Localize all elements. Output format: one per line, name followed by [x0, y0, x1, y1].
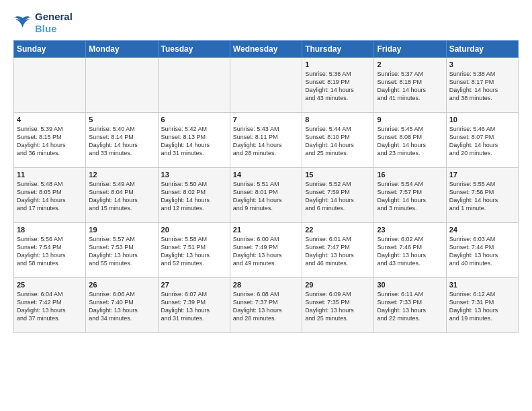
week-row-2: 4Sunrise: 5:39 AM Sunset: 8:15 PM Daylig…	[14, 113, 519, 168]
cell-content: Sunrise: 5:49 AM Sunset: 8:04 PM Dayligh…	[89, 180, 154, 213]
cell-content: Sunrise: 6:08 AM Sunset: 7:37 PM Dayligh…	[233, 290, 299, 323]
day-number: 31	[449, 281, 515, 289]
day-number: 21	[233, 226, 299, 234]
col-header-sunday: Sunday	[14, 41, 86, 58]
cell-content: Sunrise: 6:11 AM Sunset: 7:33 PM Dayligh…	[377, 290, 443, 323]
day-number: 20	[161, 226, 227, 234]
calendar-cell: 30Sunrise: 6:11 AM Sunset: 7:33 PM Dayli…	[374, 278, 446, 333]
cell-content: Sunrise: 5:55 AM Sunset: 7:56 PM Dayligh…	[449, 180, 515, 213]
calendar-cell: 17Sunrise: 5:55 AM Sunset: 7:56 PM Dayli…	[446, 168, 518, 223]
cell-content: Sunrise: 5:50 AM Sunset: 8:02 PM Dayligh…	[161, 180, 227, 213]
cell-content: Sunrise: 6:00 AM Sunset: 7:49 PM Dayligh…	[233, 235, 299, 268]
day-number: 2	[377, 60, 443, 68]
calendar-cell: 10Sunrise: 5:46 AM Sunset: 8:07 PM Dayli…	[446, 113, 518, 168]
page: General Blue SundayMondayTuesdayWednesda…	[0, 0, 532, 411]
cell-content: Sunrise: 6:01 AM Sunset: 7:47 PM Dayligh…	[305, 235, 371, 268]
day-number: 18	[17, 226, 83, 234]
day-number: 5	[89, 116, 154, 124]
day-number: 28	[233, 281, 299, 289]
calendar-cell: 25Sunrise: 6:04 AM Sunset: 7:42 PM Dayli…	[14, 278, 86, 333]
header-row: SundayMondayTuesdayWednesdayThursdayFrid…	[14, 41, 519, 58]
logo-icon	[13, 15, 32, 30]
day-number: 11	[17, 171, 83, 179]
day-number: 6	[161, 116, 227, 124]
day-number: 16	[377, 171, 443, 179]
cell-content: Sunrise: 5:52 AM Sunset: 7:59 PM Dayligh…	[305, 180, 371, 213]
day-number: 7	[233, 116, 299, 124]
calendar-cell: 28Sunrise: 6:08 AM Sunset: 7:37 PM Dayli…	[230, 278, 302, 333]
calendar-cell: 31Sunrise: 6:12 AM Sunset: 7:31 PM Dayli…	[446, 278, 518, 333]
calendar-cell: 13Sunrise: 5:50 AM Sunset: 8:02 PM Dayli…	[158, 168, 230, 223]
cell-content: Sunrise: 5:57 AM Sunset: 7:53 PM Dayligh…	[89, 235, 154, 268]
logo-text: General Blue	[35, 11, 73, 35]
calendar-cell: 8Sunrise: 5:44 AM Sunset: 8:10 PM Daylig…	[302, 113, 374, 168]
day-number: 4	[17, 116, 83, 124]
col-header-tuesday: Tuesday	[158, 41, 230, 58]
cell-content: Sunrise: 5:48 AM Sunset: 8:05 PM Dayligh…	[17, 180, 83, 213]
calendar-cell: 9Sunrise: 5:45 AM Sunset: 8:08 PM Daylig…	[374, 113, 446, 168]
calendar-cell: 3Sunrise: 5:38 AM Sunset: 8:17 PM Daylig…	[446, 58, 518, 113]
day-number: 19	[89, 226, 154, 234]
cell-content: Sunrise: 5:39 AM Sunset: 8:15 PM Dayligh…	[17, 125, 83, 158]
calendar-cell: 16Sunrise: 5:54 AM Sunset: 7:57 PM Dayli…	[374, 168, 446, 223]
col-header-thursday: Thursday	[302, 41, 374, 58]
day-number: 15	[305, 171, 371, 179]
week-row-5: 25Sunrise: 6:04 AM Sunset: 7:42 PM Dayli…	[14, 278, 519, 333]
week-row-4: 18Sunrise: 5:56 AM Sunset: 7:54 PM Dayli…	[14, 223, 519, 278]
day-number: 17	[449, 171, 515, 179]
calendar-cell: 22Sunrise: 6:01 AM Sunset: 7:47 PM Dayli…	[302, 223, 374, 278]
calendar-cell: 12Sunrise: 5:49 AM Sunset: 8:04 PM Dayli…	[86, 168, 158, 223]
day-number: 13	[161, 171, 227, 179]
col-header-monday: Monday	[86, 41, 158, 58]
cell-content: Sunrise: 5:37 AM Sunset: 8:18 PM Dayligh…	[377, 70, 443, 103]
calendar-cell: 14Sunrise: 5:51 AM Sunset: 8:01 PM Dayli…	[230, 168, 302, 223]
col-header-saturday: Saturday	[446, 41, 518, 58]
day-number: 24	[449, 226, 515, 234]
day-number: 25	[17, 281, 83, 289]
calendar-cell: 1Sunrise: 5:36 AM Sunset: 8:19 PM Daylig…	[302, 58, 374, 113]
calendar-cell	[14, 58, 86, 113]
week-row-3: 11Sunrise: 5:48 AM Sunset: 8:05 PM Dayli…	[14, 168, 519, 223]
day-number: 10	[449, 116, 515, 124]
cell-content: Sunrise: 6:09 AM Sunset: 7:35 PM Dayligh…	[305, 290, 371, 323]
calendar-cell: 5Sunrise: 5:40 AM Sunset: 8:14 PM Daylig…	[86, 113, 158, 168]
day-number: 23	[377, 226, 443, 234]
cell-content: Sunrise: 5:36 AM Sunset: 8:19 PM Dayligh…	[305, 70, 371, 103]
cell-content: Sunrise: 6:12 AM Sunset: 7:31 PM Dayligh…	[449, 290, 515, 323]
cell-content: Sunrise: 5:51 AM Sunset: 8:01 PM Dayligh…	[233, 180, 299, 213]
cell-content: Sunrise: 5:44 AM Sunset: 8:10 PM Dayligh…	[305, 125, 371, 158]
cell-content: Sunrise: 5:45 AM Sunset: 8:08 PM Dayligh…	[377, 125, 443, 158]
calendar-cell: 21Sunrise: 6:00 AM Sunset: 7:49 PM Dayli…	[230, 223, 302, 278]
day-number: 8	[305, 116, 371, 124]
header: General Blue	[13, 11, 519, 35]
week-row-1: 1Sunrise: 5:36 AM Sunset: 8:19 PM Daylig…	[14, 58, 519, 113]
cell-content: Sunrise: 5:43 AM Sunset: 8:11 PM Dayligh…	[233, 125, 299, 158]
calendar-cell: 6Sunrise: 5:42 AM Sunset: 8:13 PM Daylig…	[158, 113, 230, 168]
cell-content: Sunrise: 5:58 AM Sunset: 7:51 PM Dayligh…	[161, 235, 227, 268]
day-number: 1	[305, 60, 371, 68]
calendar-cell	[230, 58, 302, 113]
day-number: 12	[89, 171, 154, 179]
cell-content: Sunrise: 6:03 AM Sunset: 7:44 PM Dayligh…	[449, 235, 515, 268]
calendar-cell: 26Sunrise: 6:06 AM Sunset: 7:40 PM Dayli…	[86, 278, 158, 333]
cell-content: Sunrise: 5:40 AM Sunset: 8:14 PM Dayligh…	[89, 125, 154, 158]
day-number: 14	[233, 171, 299, 179]
calendar-cell	[86, 58, 158, 113]
calendar-cell: 2Sunrise: 5:37 AM Sunset: 8:18 PM Daylig…	[374, 58, 446, 113]
calendar-cell: 29Sunrise: 6:09 AM Sunset: 7:35 PM Dayli…	[302, 278, 374, 333]
day-number: 30	[377, 281, 443, 289]
calendar-cell: 20Sunrise: 5:58 AM Sunset: 7:51 PM Dayli…	[158, 223, 230, 278]
calendar-cell: 24Sunrise: 6:03 AM Sunset: 7:44 PM Dayli…	[446, 223, 518, 278]
calendar-cell: 23Sunrise: 6:02 AM Sunset: 7:46 PM Dayli…	[374, 223, 446, 278]
cell-content: Sunrise: 6:07 AM Sunset: 7:39 PM Dayligh…	[161, 290, 227, 323]
logo: General Blue	[13, 11, 73, 35]
calendar-cell: 27Sunrise: 6:07 AM Sunset: 7:39 PM Dayli…	[158, 278, 230, 333]
day-number: 27	[161, 281, 227, 289]
cell-content: Sunrise: 5:42 AM Sunset: 8:13 PM Dayligh…	[161, 125, 227, 158]
day-number: 3	[449, 60, 515, 68]
cell-content: Sunrise: 5:54 AM Sunset: 7:57 PM Dayligh…	[377, 180, 443, 213]
day-number: 26	[89, 281, 154, 289]
cell-content: Sunrise: 6:04 AM Sunset: 7:42 PM Dayligh…	[17, 290, 83, 323]
day-number: 9	[377, 116, 443, 124]
cell-content: Sunrise: 6:02 AM Sunset: 7:46 PM Dayligh…	[377, 235, 443, 268]
